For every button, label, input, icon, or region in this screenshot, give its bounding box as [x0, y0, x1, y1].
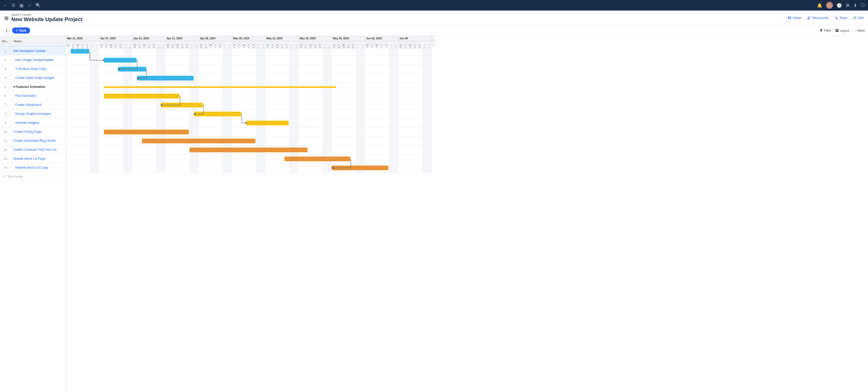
task-row[interactable]: 1Site Navigation Update: [0, 47, 66, 55]
gantt-panel[interactable]: Mar 31, 2024Apr 07, 2024Apr 14, 2024Apr …: [66, 36, 868, 392]
filter-action[interactable]: Filter: [819, 29, 831, 32]
gantt-bar[interactable]: [104, 58, 137, 63]
gantt-bar[interactable]: [118, 67, 146, 71]
weekend-shade: [289, 56, 299, 64]
weekend-shade: [156, 110, 166, 118]
task-row[interactable]: 2Hero Image Design/Update: [0, 55, 66, 64]
week-label: Jun 02, 2024: [365, 36, 398, 41]
day-label: S25: [322, 41, 327, 52]
day-label: M13: [266, 41, 270, 52]
gantt-bar[interactable]: [104, 94, 179, 98]
day-label: W15: [275, 41, 280, 52]
print-icon[interactable]: 🖶: [845, 3, 850, 8]
weekend-shade: [90, 83, 99, 91]
day-label: W8: [242, 41, 246, 52]
task-row[interactable]: 12Create Customer FAQ from Su: [0, 145, 66, 154]
gantt-bar[interactable]: [194, 112, 241, 116]
day-label: W3: [75, 41, 80, 52]
gantt-bar[interactable]: [142, 139, 255, 143]
day-label: W5: [375, 41, 379, 52]
weekend-shade: [289, 127, 299, 136]
clock-icon[interactable]: 🕐: [837, 3, 842, 8]
sidebar-collapse-btn[interactable]: ❮: [3, 27, 10, 34]
weekend-shade: [223, 154, 232, 163]
day-label: W12: [408, 41, 413, 52]
week-label: Apr 28, 2024: [199, 36, 232, 41]
task-row[interactable]: 9Animate Imagery: [0, 118, 66, 127]
menu-icon[interactable]: ☰: [11, 3, 15, 8]
task-row[interactable]: 11Create Automated Blog Sectio: [0, 136, 66, 145]
gantt-bar[interactable]: [137, 76, 194, 81]
task-name: Create Pricing Page: [11, 130, 66, 133]
tools-action[interactable]: Tools: [834, 16, 847, 20]
more-action[interactable]: ⋯ More: [854, 29, 865, 32]
add-task-button[interactable]: + Task: [12, 27, 30, 33]
weekend-shade: [90, 110, 99, 118]
avatar-icon[interactable]: U: [826, 2, 833, 9]
weekend-shade: [389, 65, 398, 73]
day-label: M1: [66, 41, 71, 52]
task-row[interactable]: 7Create Storyboard: [0, 100, 66, 109]
weekend-shade: [389, 92, 398, 100]
day-label: F24: [318, 41, 322, 52]
gantt-row: [66, 83, 432, 92]
weekend-shade: [389, 119, 398, 127]
weekend-shade: [389, 137, 398, 145]
header-left: ▦ GANTT CHART New Website Update Project: [4, 13, 83, 23]
svg-point-0: [808, 17, 809, 18]
weekend-shade: [389, 56, 398, 64]
gantt-bar[interactable]: [104, 130, 189, 134]
star-icon[interactable]: ☆: [28, 3, 31, 8]
task-row[interactable]: 14Rewrite About Us Copy: [0, 163, 66, 172]
arrow-svg-2: [66, 74, 432, 82]
date-header: Mar 31, 2024Apr 07, 2024Apr 14, 2024Apr …: [66, 36, 435, 47]
gantt-row: [66, 163, 432, 172]
weekend-shade: [355, 127, 365, 136]
gantt-bar[interactable]: [189, 148, 308, 152]
chart-icon[interactable]: ▦: [20, 3, 24, 8]
day-label: S4: [223, 41, 227, 52]
task-row[interactable]: 8Design Graphics/Imagery: [0, 109, 66, 118]
weekend-shade: [189, 56, 199, 64]
weekend-shade: [156, 65, 166, 73]
download-icon[interactable]: ⬇: [854, 3, 857, 8]
search-icon[interactable]: 🔍: [36, 3, 41, 8]
resources-action[interactable]: Resources: [807, 16, 829, 20]
day-label: S19: [294, 41, 299, 52]
eye-icon: [787, 16, 792, 20]
add-task-row[interactable]: ◫ Task Name: [0, 172, 66, 181]
task-row[interactable]: 6Plan Animation: [0, 91, 66, 100]
help-icon[interactable]: ⓘ: [861, 3, 865, 8]
week-label: Mar 31, 2024: [66, 36, 99, 41]
gantt-bar[interactable]: [246, 121, 289, 125]
task-name: ▾ Features Animation: [11, 85, 66, 89]
task-row[interactable]: 33 Sections Body Copy: [0, 64, 66, 73]
weekend-shade: [90, 154, 99, 163]
gantt-bar[interactable]: [284, 156, 350, 161]
gantt-bar[interactable]: [161, 103, 203, 108]
weekend-shade: [256, 65, 266, 73]
layout-action[interactable]: Layout: [835, 29, 849, 32]
week-label: May 26, 2024: [332, 36, 365, 41]
task-row[interactable]: 13Update About Us Page: [0, 154, 66, 163]
weekend-shade: [355, 83, 365, 91]
bell-icon[interactable]: 🔔: [817, 3, 823, 8]
gantt-bar[interactable]: [104, 86, 336, 88]
task-row[interactable]: 4Create Open Graph Images: [0, 73, 66, 82]
weekend-shade: [289, 119, 299, 127]
gantt-bar[interactable]: [332, 165, 389, 170]
day-label: M3: [365, 41, 370, 52]
weekend-shade: [223, 65, 232, 73]
weekend-shade: [123, 137, 132, 145]
task-row[interactable]: 10Create Pricing Page: [0, 127, 66, 136]
weekend-shade: [123, 119, 132, 127]
weekend-shade: [389, 163, 398, 172]
views-action[interactable]: Views: [787, 16, 802, 20]
weekend-shade: [123, 146, 132, 154]
back-icon[interactable]: ←: [3, 3, 7, 8]
task-num-header: Nu...: [0, 39, 11, 43]
day-label: T16: [137, 41, 142, 52]
collapse-icon[interactable]: ▦: [4, 15, 9, 21]
edit-action[interactable]: Edit: [853, 16, 864, 20]
task-row[interactable]: 5▾ Features Animation: [0, 82, 66, 91]
